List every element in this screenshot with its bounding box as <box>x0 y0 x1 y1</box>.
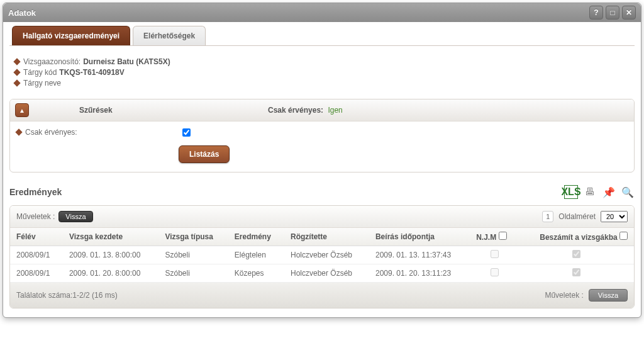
back-button-bottom[interactable]: Vissza <box>589 289 628 302</box>
maximize-button[interactable]: □ <box>606 6 619 20</box>
cell-term: 2008/09/1 <box>10 246 63 264</box>
filter-panel: ▲ Szűrések Csak érvényes: Igen Csak érvé… <box>9 99 635 172</box>
page-size-select[interactable]: 20 <box>601 211 628 222</box>
grid-paging: 1 Oldalméret 20 <box>542 211 628 222</box>
th-counts[interactable]: Beszámít a vizsgákba <box>519 228 634 246</box>
info-name-label: Tárgy neve <box>23 79 61 88</box>
bullet-icon <box>13 58 20 65</box>
tab-vizsgaeredmenyei[interactable]: Hallgató vizsgaeredményei <box>12 26 130 45</box>
cell-counts <box>519 264 634 283</box>
print-icon[interactable]: 🖶 <box>583 185 597 199</box>
page-number[interactable]: 1 <box>542 211 553 222</box>
info-list: Vizsgaazonosító: Durneisz Batu (KATS5X) … <box>14 57 635 88</box>
cell-recorder: Holczveber Özséb <box>284 264 369 283</box>
table-row[interactable]: 2008/09/1 2009. 01. 20. 8:00:00 Szóbeli … <box>10 264 634 283</box>
counts-checkbox <box>572 268 580 276</box>
info-row-id: Vizsgaazonosító: Durneisz Batu (KATS5X) <box>14 57 635 66</box>
info-row-name: Tárgy neve <box>14 79 635 88</box>
cell-grade: Elégtelen <box>228 246 284 264</box>
filter-row-valid: Csak érvényes: <box>16 128 628 137</box>
grid: Műveletek : Vissza 1 Oldalméret 20 Félév… <box>9 205 635 308</box>
th-term[interactable]: Félév <box>10 228 63 246</box>
cell-entered: 2009. 01. 13. 11:37:43 <box>369 246 470 264</box>
bullet-icon <box>15 128 22 135</box>
content-area: Hallgató vizsgaeredményei Elérhetőségek … <box>3 22 641 317</box>
footer-ops: Műveletek : Vissza <box>545 289 628 302</box>
info-code-value: TKQS-T61-40918V <box>59 68 124 77</box>
dialog-window: Adatok ? □ ✕ Hallgató vizsgaeredményei E… <box>3 3 641 318</box>
results-header: Eredmények XLS 🖶 📌 🔍 <box>9 185 635 199</box>
table-header-row: Félév Vizsga kezdete Vizsga típusa Eredm… <box>10 228 634 246</box>
cell-term: 2008/09/1 <box>10 264 63 283</box>
pin-icon[interactable]: 📌 <box>602 185 616 199</box>
njm-checkbox <box>491 250 499 258</box>
export-xls-icon[interactable]: XLS <box>564 185 578 199</box>
cell-start: 2009. 01. 20. 8:00:00 <box>63 264 159 283</box>
ops-label: Műveletek : <box>16 212 55 221</box>
close-button[interactable]: ✕ <box>622 6 636 20</box>
results-heading: Eredmények <box>9 187 62 197</box>
bullet-icon <box>13 79 20 86</box>
page-size-label: Oldalméret <box>558 212 596 221</box>
collapse-button[interactable]: ▲ <box>15 103 29 117</box>
cell-njm <box>470 246 519 264</box>
njm-header-checkbox[interactable] <box>499 232 507 240</box>
th-type[interactable]: Vizsga típusa <box>158 228 228 246</box>
filter-row-label: Csak érvényes: <box>25 128 182 137</box>
titlebar: Adatok ? □ ✕ <box>3 3 641 22</box>
cell-recorder: Holczveber Özséb <box>284 246 369 264</box>
list-button[interactable]: Listázás <box>179 145 230 163</box>
grid-ops-left: Műveletek : Vissza <box>16 211 93 222</box>
info-row-code: Tárgy kód TKQS-T61-40918V <box>14 68 635 77</box>
counts-header-checkbox[interactable] <box>619 232 628 240</box>
footer-ops-label: Műveletek : <box>545 291 583 300</box>
window-title: Adatok <box>8 8 36 18</box>
back-button-top[interactable]: Vissza <box>58 211 92 222</box>
table-row[interactable]: 2008/09/1 2009. 01. 13. 8:00:00 Szóbeli … <box>10 246 634 264</box>
tabs: Hallgató vizsgaeredményei Elérhetőségek <box>9 26 635 46</box>
cell-start: 2009. 01. 13. 8:00:00 <box>63 246 159 264</box>
results-table: Félév Vizsga kezdete Vizsga típusa Eredm… <box>10 228 634 283</box>
cell-grade: Közepes <box>228 264 284 283</box>
tab-elerhetosegek[interactable]: Elérhetőségek <box>133 26 206 45</box>
filter-title: Szűrések <box>79 106 268 115</box>
njm-checkbox <box>491 268 499 276</box>
th-njm[interactable]: N.J.M <box>470 228 519 246</box>
bullet-icon <box>13 69 20 76</box>
filter-valid-checkbox[interactable] <box>182 128 191 137</box>
info-id-value: Durneisz Batu (KATS5X) <box>83 57 170 66</box>
th-start[interactable]: Vizsga kezdete <box>63 228 159 246</box>
filter-body: Csak érvényes: Listázás <box>10 122 634 172</box>
filter-header: ▲ Szűrések Csak érvényes: Igen <box>10 99 634 122</box>
cell-type: Szóbeli <box>158 264 228 283</box>
info-code-label: Tárgy kód <box>23 68 57 77</box>
cell-counts <box>519 246 634 264</box>
help-button[interactable]: ? <box>589 6 603 20</box>
grid-footer: Találatok száma:1-2/2 (16 ms) Műveletek … <box>10 283 634 308</box>
th-entered[interactable]: Beírás időpontja <box>369 228 470 246</box>
th-grade[interactable]: Eredmény <box>228 228 284 246</box>
filter-valid-value: Igen <box>328 106 342 115</box>
th-recorder[interactable]: Rögzítette <box>284 228 369 246</box>
search-icon[interactable]: 🔍 <box>621 185 635 199</box>
result-count: Találatok száma:1-2/2 (16 ms) <box>16 291 118 300</box>
cell-type: Szóbeli <box>158 246 228 264</box>
cell-njm <box>470 264 519 283</box>
cell-entered: 2009. 01. 20. 13:11:23 <box>369 264 470 283</box>
titlebar-buttons: ? □ ✕ <box>589 6 636 20</box>
filter-valid-label: Csak érvényes: <box>268 106 323 115</box>
tool-icons: XLS 🖶 📌 🔍 <box>564 185 635 199</box>
info-id-label: Vizsgaazonosító: <box>23 57 80 66</box>
counts-checkbox <box>572 250 580 258</box>
grid-toolbar: Műveletek : Vissza 1 Oldalméret 20 <box>10 206 634 228</box>
